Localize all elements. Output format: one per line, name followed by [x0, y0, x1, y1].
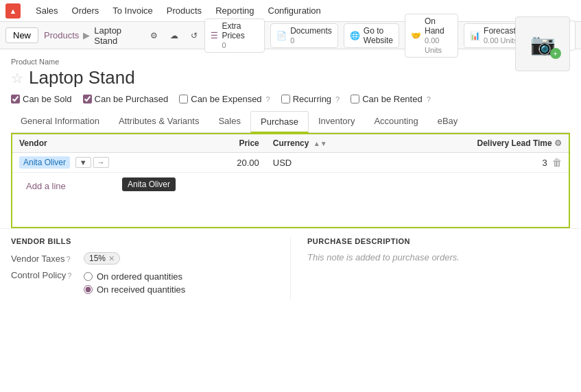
sub-toolbar: New Products ▶ Laptop Stand ⚙ ☁ ↺ ☰ Extr…: [0, 22, 581, 49]
purchase-tab-content: Vendor Price Currency ▲▼ Delivery Lead T…: [11, 133, 570, 228]
doc-icon: 📄: [276, 31, 287, 40]
tab-attributes-variants[interactable]: Attributes & Variants: [109, 111, 209, 132]
price-cell: 20.00: [200, 153, 266, 173]
purchase-description-text: This note is added to purchase orders.: [307, 252, 570, 262]
delete-vendor-icon[interactable]: 🗑: [552, 157, 562, 168]
help-icon: ?: [67, 255, 71, 263]
help-icon: ?: [427, 95, 431, 103]
tab-accounting[interactable]: Accounting: [364, 111, 427, 132]
col-price: Price: [200, 134, 266, 153]
control-policy-label: Control Policy?: [11, 270, 80, 280]
add-photo-icon: +: [550, 48, 561, 59]
can-be-sold-checkbox[interactable]: Can be Sold: [11, 94, 72, 104]
can-be-rented-checkbox[interactable]: Can be Rented?: [351, 94, 431, 104]
tabs-row: General Information Attributes & Variant…: [11, 111, 570, 133]
lead-time-cell: 3 🗑: [390, 153, 569, 173]
breadcrumb-parent[interactable]: Products: [44, 30, 79, 40]
col-vendor: Vendor: [12, 134, 200, 153]
vendor-tooltip: Anita Oliver: [122, 177, 176, 191]
sort-icon: ▲▼: [313, 140, 327, 147]
vendor-table: Vendor Price Currency ▲▼ Delivery Lead T…: [12, 134, 569, 173]
main-content: Product Name ☆ Laptop Stand 📷 + Can be S…: [0, 49, 581, 228]
product-title: Laptop Stand: [29, 67, 135, 88]
app-logo: ▲: [5, 3, 21, 19]
help-icon: ?: [266, 95, 270, 103]
hand-icon: 🤝: [411, 31, 421, 40]
col-settings-icon[interactable]: ⚙: [554, 138, 562, 148]
add-line-button[interactable]: Add a line: [19, 177, 73, 195]
help-icon: ?: [67, 271, 71, 280]
tab-purchase[interactable]: Purchase: [250, 111, 309, 133]
vendor-tax-tag[interactable]: 15% ✕: [84, 252, 120, 265]
extra-prices-btn[interactable]: ☰ Extra Prices0: [204, 19, 265, 53]
nav-products[interactable]: Products: [160, 0, 209, 22]
tax-remove-icon[interactable]: ✕: [108, 254, 115, 263]
new-button[interactable]: New: [5, 27, 38, 43]
chart-icon: 📊: [470, 31, 480, 40]
vendor-bills-section: VENDOR BILLS Vendor Taxes? 15% ✕ Control…: [11, 237, 290, 300]
purchase-description-title: PURCHASE DESCRIPTION: [307, 237, 570, 245]
settings-icon-btn[interactable]: ⚙: [146, 29, 162, 42]
vendor-goto-btn[interactable]: →: [93, 157, 109, 168]
received-quantities-option[interactable]: On received quantities: [84, 284, 185, 295]
recurring-checkbox[interactable]: Recurring?: [281, 94, 340, 104]
product-title-row: ☆ Laptop Stand: [11, 67, 570, 88]
breadcrumb-current: Laptop Stand: [94, 25, 139, 46]
control-policy-options: On ordered quantities On received quanti…: [84, 271, 185, 295]
can-be-purchased-checkbox[interactable]: Can be Purchased: [83, 94, 169, 104]
currency-cell: USD: [266, 153, 390, 173]
checkboxes-row: Can be Sold Can be Purchased Can be Expe…: [11, 94, 570, 104]
cloud-icon-btn[interactable]: ☁: [166, 29, 182, 42]
tab-inventory[interactable]: Inventory: [309, 111, 364, 132]
col-lead-time: Delivery Lead Time ⚙: [390, 134, 569, 153]
vendor-cell: Anita Oliver ▼ → Anita Oliver: [12, 153, 200, 173]
nav-to-invoice[interactable]: To Invoice: [106, 0, 160, 22]
vendor-taxes-row: Vendor Taxes? 15% ✕: [11, 252, 274, 265]
list-icon: ☰: [211, 31, 218, 40]
table-row: Anita Oliver ▼ → Anita Oliver 20.00 USD …: [12, 153, 569, 173]
product-image-placeholder[interactable]: 📷 +: [515, 16, 570, 71]
vendor-table-header: Vendor Price Currency ▲▼ Delivery Lead T…: [12, 134, 569, 153]
goto-website-btn[interactable]: 🌐 Go toWebsite: [344, 23, 399, 48]
col-currency[interactable]: Currency ▲▼: [266, 134, 390, 153]
purchase-description-section: PURCHASE DESCRIPTION This note is added …: [290, 237, 570, 300]
control-policy-row: Control Policy? On ordered quantities On…: [11, 270, 274, 295]
bottom-sections: VENDOR BILLS Vendor Taxes? 15% ✕ Control…: [0, 228, 581, 308]
nav-orders[interactable]: Orders: [65, 0, 106, 22]
refresh-icon-btn[interactable]: ↺: [187, 29, 202, 42]
globe-icon: 🌐: [350, 31, 360, 40]
star-icon[interactable]: ☆: [11, 70, 23, 86]
tab-general-information[interactable]: General Information: [11, 111, 109, 132]
help-icon: ?: [335, 95, 340, 103]
vendor-dropdown-btn[interactable]: ▼: [75, 157, 91, 168]
on-hand-btn[interactable]: 🤝 On Hand0.00 Units: [405, 14, 458, 58]
tab-ebay[interactable]: eBay: [428, 111, 468, 132]
product-name-label: Product Name: [11, 58, 570, 66]
documents-btn[interactable]: 📄 Documents0: [270, 23, 338, 48]
tab-sales[interactable]: Sales: [209, 111, 250, 132]
ordered-quantities-option[interactable]: On ordered quantities: [84, 271, 185, 282]
can-be-expensed-checkbox[interactable]: Can be Expensed?: [179, 94, 270, 104]
breadcrumb: Products ▶ Laptop Stand ⚙ ☁ ↺: [44, 25, 202, 46]
vendor-bills-title: VENDOR BILLS: [11, 237, 274, 245]
vendor-nav-btns: ▼ →: [75, 157, 109, 168]
vendor-taxes-label: Vendor Taxes?: [11, 254, 80, 264]
nav-sales[interactable]: Sales: [29, 0, 65, 22]
tax-value: 15%: [89, 254, 106, 263]
vendor-tag[interactable]: Anita Oliver: [19, 156, 70, 169]
